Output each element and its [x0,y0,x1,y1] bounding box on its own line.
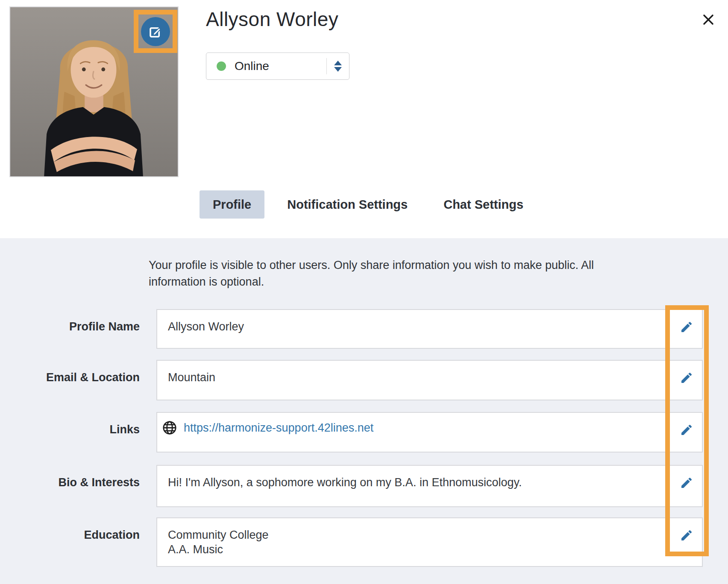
status-select[interactable]: Online [206,53,349,80]
field-row-bio-interests: Bio & Interests Hi! I'm Allyson, a sopho… [0,465,703,507]
field-box: Hi! I'm Allyson, a sophomore working on … [156,465,703,507]
tab-chat-settings[interactable]: Chat Settings [430,190,537,219]
edit-email-location-button[interactable] [679,370,694,385]
field-box: https://harmonize-support.42lines.net [156,412,703,453]
profile-tab-panel: Your profile is visible to other users. … [0,238,728,584]
field-value: Allyson Worley [157,310,702,334]
tab-notification-settings[interactable]: Notification Settings [274,190,421,219]
pencil-icon [680,320,693,334]
globe-icon [162,420,177,435]
edit-profile-name-button[interactable] [679,319,694,335]
settings-tab-bar: Profile Notification Settings Chat Setti… [200,190,537,219]
field-value: Community College A.A. Music [157,518,702,557]
field-row-education: Education Community College A.A. Music [0,517,703,567]
online-status-dot-icon [217,61,226,71]
up-down-arrows-icon[interactable] [327,61,349,72]
pencil-icon [680,476,693,490]
x-close-icon [702,13,715,26]
edit-bio-interests-button[interactable] [679,475,694,491]
field-box: Mountain [156,360,703,400]
field-label: Education [0,517,140,567]
arrow-down-icon[interactable] [334,67,342,72]
field-box: Allyson Worley [156,309,703,349]
field-label: Bio & Interests [0,465,140,507]
edit-links-button[interactable] [679,422,694,438]
field-row-profile-name: Profile Name Allyson Worley [0,309,703,349]
field-label: Links [0,412,140,453]
profile-link[interactable]: https://harmonize-support.42lines.net [184,420,373,435]
close-button[interactable] [700,11,717,28]
field-label: Email & Location [0,360,140,400]
arrow-up-icon[interactable] [334,61,342,65]
page-title: Allyson Worley [206,8,338,31]
field-value: Hi! I'm Allyson, a sophomore working on … [157,466,702,490]
pencil-icon [680,423,693,437]
edit-education-button[interactable] [679,528,694,543]
edit-photo-button[interactable] [141,17,170,46]
pencil-icon [680,529,693,542]
field-value: Mountain [157,361,702,385]
field-label: Profile Name [0,309,140,349]
edit-square-icon [148,24,163,39]
profile-visibility-description: Your profile is visible to other users. … [149,257,623,290]
tab-profile[interactable]: Profile [200,190,264,219]
field-box: Community College A.A. Music [156,517,703,567]
status-selected-value: Online [235,59,326,73]
field-row-email-location: Email & Location Mountain [0,360,703,400]
link-line: https://harmonize-support.42lines.net [157,413,702,435]
pencil-icon [680,371,693,385]
field-row-links: Links https://harmonize-support.42lines.… [0,412,703,453]
